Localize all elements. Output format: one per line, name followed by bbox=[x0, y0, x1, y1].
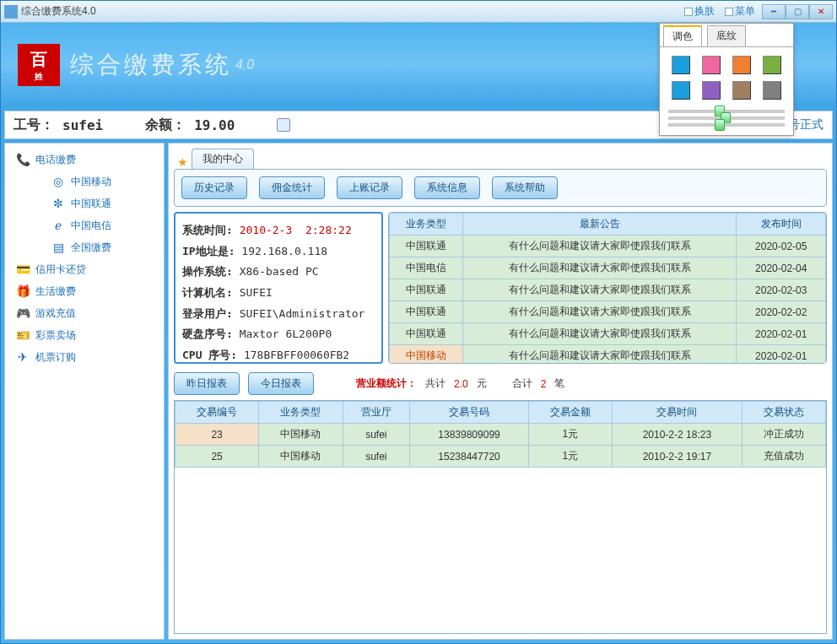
stat-count-label: 合计 bbox=[512, 376, 532, 391]
nav-item[interactable]: ◎中国移动 bbox=[7, 170, 162, 192]
hd-label: 硬盘序号: bbox=[182, 327, 233, 340]
col-header: 发布时间 bbox=[737, 214, 826, 235]
slider-track[interactable] bbox=[668, 116, 785, 120]
user-value: SUFEI\Administrator bbox=[240, 307, 365, 320]
slider-thumb[interactable] bbox=[715, 119, 725, 131]
nav-label: 彩票卖场 bbox=[35, 328, 76, 343]
color-swatch[interactable] bbox=[672, 56, 690, 74]
cell: 2020-02-02 bbox=[737, 301, 826, 323]
cell: 中国移动 bbox=[259, 424, 343, 446]
tab-my-center[interactable]: 我的中心 bbox=[192, 149, 254, 169]
nav-label: 生活缴费 bbox=[35, 284, 76, 299]
cpu-value: 178BFBFF00060FB2 bbox=[244, 349, 349, 361]
nav-icon: ✼ bbox=[51, 196, 66, 211]
swatch-grid bbox=[660, 47, 793, 108]
nav-item[interactable]: ✼中国联通 bbox=[7, 192, 162, 214]
tx-row[interactable]: 25中国移动sufei152384477201元2010-2-2 19:17充值… bbox=[176, 446, 826, 468]
nav-icon: ✈ bbox=[15, 349, 30, 365]
nav-icon: ℯ bbox=[51, 218, 66, 233]
color-swatch[interactable] bbox=[763, 81, 781, 100]
logo-sub: 姓 bbox=[35, 71, 43, 83]
menu-link-label: 菜单 bbox=[735, 4, 755, 19]
nav-item[interactable]: ℯ中国电信 bbox=[7, 214, 162, 236]
announce-row[interactable]: 中国联通有什么问题和建议请大家即使跟我们联系2020-02-01 bbox=[390, 323, 826, 345]
pc-value: SUFEI bbox=[240, 286, 273, 299]
nav-label: 中国电信 bbox=[71, 219, 111, 233]
col-header: 营业厅 bbox=[343, 402, 410, 424]
title-links: 换肤 菜单 bbox=[684, 4, 755, 19]
nav-icon: 💳 bbox=[15, 262, 30, 277]
cell: 2020-02-05 bbox=[737, 235, 826, 257]
speaker-icon[interactable] bbox=[277, 118, 290, 132]
theme-tabs: 调色 底纹 bbox=[660, 24, 793, 47]
color-swatch[interactable] bbox=[763, 56, 781, 74]
close-button[interactable]: ✕ bbox=[809, 4, 833, 19]
toolbar-button[interactable]: 系统帮助 bbox=[492, 176, 558, 199]
square-icon bbox=[684, 8, 693, 16]
announce-row[interactable]: 中国联通有什么问题和建议请大家即使跟我们联系2020-02-03 bbox=[390, 279, 826, 301]
stat-count-unit: 笔 bbox=[554, 376, 564, 391]
announce-row[interactable]: 中国联通有什么问题和建议请大家即使跟我们联系2020-02-02 bbox=[390, 301, 826, 323]
cell: 2020-02-03 bbox=[737, 279, 826, 301]
nav-label: 信用卡还贷 bbox=[35, 262, 86, 277]
stat-total-label: 共计 bbox=[425, 376, 446, 391]
nav-item[interactable]: 🎁生活缴费 bbox=[7, 280, 162, 302]
nav-tree: 📞电话缴费◎中国移动✼中国联通ℯ中国电信▤全国缴费💳信用卡还贷🎁生活缴费🎮游戏充… bbox=[4, 143, 165, 640]
color-swatch[interactable] bbox=[702, 56, 721, 74]
toolbar-button[interactable]: 上账记录 bbox=[337, 176, 402, 199]
yesterday-report-button[interactable]: 昨日报表 bbox=[174, 372, 240, 395]
menu-link[interactable]: 菜单 bbox=[725, 4, 755, 19]
cell: 中国联通 bbox=[390, 235, 463, 257]
stat-count-value: 2 bbox=[541, 378, 547, 390]
cell: 1元 bbox=[528, 424, 612, 446]
sys-date: 2010-2-3 bbox=[240, 224, 293, 236]
logo-main: 百 bbox=[30, 48, 47, 71]
stat-title: 营业额统计： bbox=[356, 376, 417, 391]
nav-item[interactable]: 💳信用卡还贷 bbox=[7, 258, 162, 280]
maximize-button[interactable]: ▢ bbox=[786, 4, 809, 19]
nav-item[interactable]: ▤全国缴费 bbox=[7, 236, 162, 258]
nav-item[interactable]: 🎫彩票卖场 bbox=[7, 324, 162, 346]
cell: 中国联通 bbox=[390, 301, 463, 323]
color-swatch[interactable] bbox=[702, 81, 721, 100]
window-title: 综合缴费系统4.0 bbox=[21, 4, 684, 19]
col-header: 交易时间 bbox=[613, 402, 742, 424]
color-swatch[interactable] bbox=[732, 56, 751, 74]
cell: 1元 bbox=[528, 446, 612, 468]
minimize-button[interactable]: ━ bbox=[762, 4, 786, 19]
tx-row[interactable]: 23中国移动sufei138398090991元2010-2-2 18:23冲正… bbox=[176, 424, 826, 446]
cell: 有什么问题和建议请大家即使跟我们联系 bbox=[462, 257, 737, 279]
announce-row[interactable]: 中国联通有什么问题和建议请大家即使跟我们联系2020-02-05 bbox=[390, 235, 826, 257]
banner-version: 4.0 bbox=[235, 57, 254, 73]
ip-label: IP地址是: bbox=[182, 245, 235, 257]
balance-label: 余额： bbox=[145, 116, 186, 134]
skin-link[interactable]: 换肤 bbox=[684, 4, 715, 19]
theme-tab-texture[interactable]: 底纹 bbox=[707, 25, 746, 46]
nav-item[interactable]: ✈机票订购 bbox=[7, 346, 162, 368]
announce-row[interactable]: 中国移动有什么问题和建议请大家即使跟我们联系2020-02-01 bbox=[390, 345, 826, 365]
color-swatch[interactable] bbox=[672, 81, 690, 100]
cell: 中国移动 bbox=[390, 345, 463, 365]
theme-tab-color[interactable]: 调色 bbox=[663, 25, 702, 46]
cell: 13839809099 bbox=[410, 424, 529, 446]
info-row: 系统时间: 2010-2-3 2:28:22 IP地址是: 192.168.0.… bbox=[174, 212, 827, 364]
color-swatch[interactable] bbox=[732, 81, 751, 100]
slider-track[interactable] bbox=[668, 123, 785, 127]
today-report-button[interactable]: 今日报表 bbox=[248, 372, 314, 395]
col-header: 交易金额 bbox=[528, 402, 612, 424]
announce-row[interactable]: 中国电信有什么问题和建议请大家即使跟我们联系2020-02-04 bbox=[390, 257, 826, 279]
nav-label: 机票订购 bbox=[35, 350, 76, 365]
star-icon: ★ bbox=[177, 155, 188, 169]
nav-label: 全国缴费 bbox=[71, 241, 111, 255]
toolbar-button[interactable]: 佣金统计 bbox=[259, 176, 325, 199]
nav-label: 游戏充值 bbox=[35, 306, 76, 321]
nav-item[interactable]: 🎮游戏充值 bbox=[7, 302, 162, 324]
col-header: 交易编号 bbox=[176, 402, 259, 424]
nav-icon: 🎮 bbox=[15, 306, 30, 321]
col-header: 业务类型 bbox=[390, 214, 463, 235]
cell: 2020-02-01 bbox=[737, 345, 826, 365]
toolbar-button[interactable]: 系统信息 bbox=[414, 176, 480, 199]
toolbar-button[interactable]: 历史记录 bbox=[181, 176, 247, 199]
cell: 中国联通 bbox=[390, 279, 463, 301]
nav-item[interactable]: 📞电话缴费 bbox=[7, 149, 162, 170]
